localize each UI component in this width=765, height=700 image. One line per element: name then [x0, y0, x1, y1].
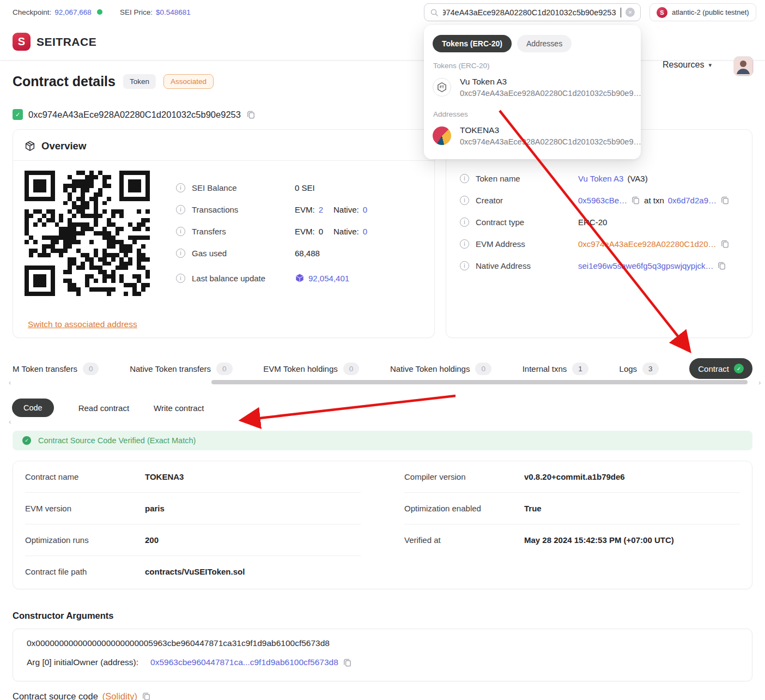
overview-title: Overview	[41, 140, 86, 152]
info-icon[interactable]: i	[176, 227, 185, 236]
tab-internal-txns[interactable]: Internal txns 1	[523, 363, 588, 375]
info-icon[interactable]: i	[460, 174, 469, 183]
contract-subtabs: Code Read contract Write contract	[12, 399, 204, 417]
source-code-lang: (Solidity)	[102, 691, 137, 700]
row-label: Optimization runs	[25, 535, 145, 545]
address-result-item[interactable]: TOKENA3 0xc974eA43aEce928A02280C1d201032…	[433, 124, 632, 147]
switch-associated-link[interactable]: Switch to associated address	[28, 319, 137, 329]
contract-type-row: iContract type ERC-20	[460, 211, 742, 233]
tab-label: Internal txns	[523, 364, 567, 373]
search-value[interactable]: 974eA43aEce928A02280C1d201032c5b90e9253	[443, 8, 616, 17]
copy-arg-icon[interactable]	[343, 658, 352, 667]
tab-contract[interactable]: Contract ✓	[689, 358, 752, 379]
checkpoint-value[interactable]: 92,067,668	[54, 8, 92, 16]
contract-info-right: Compiler version v0.8.20+commit.a1b79de6…	[404, 461, 740, 587]
info-icon[interactable]: i	[176, 183, 185, 192]
copy-creator-icon[interactable]	[631, 196, 640, 205]
gas-used-value: 68,488	[295, 249, 320, 258]
resources-label: Resources	[663, 60, 704, 70]
seitrace-logo-icon: S	[13, 33, 31, 51]
contract-info-card: Contract name TOKENA3 EVM version paris …	[13, 461, 752, 589]
topbar: Checkpoint: 92,067,668 SEI Price: $0.548…	[0, 0, 765, 24]
tab-native-token-holdings[interactable]: Native Token holdings 0	[390, 363, 491, 375]
copy-source-icon[interactable]	[142, 692, 151, 700]
ft-token-icon	[433, 78, 451, 96]
contract-info-left: Contract name TOKENA3 EVM version paris …	[25, 461, 361, 587]
resources-menu[interactable]: Resources ▾	[663, 60, 712, 70]
info-icon[interactable]: i	[176, 249, 185, 258]
arg0-label: Arg [0] initialOwner (address):	[27, 657, 138, 667]
transactions-row: iTransactions EVM: 2 Native: 0	[176, 198, 367, 220]
scroll-left-icon[interactable]: ‹	[9, 418, 11, 426]
contract-type-label: Contract type	[476, 218, 524, 227]
count-badge: 1	[572, 363, 588, 375]
result-address: 0xc974eA43aEce928A02280C1d201032c5b90e9…	[460, 137, 641, 146]
native-address-link[interactable]: sei1e96w5sawe6fg5q3gpswjqypjck…	[578, 261, 713, 270]
contract-address: 0xc974eA43aEce928A02280C1d201032c5b90e92…	[28, 110, 241, 120]
brand-logo[interactable]: S SEITRACE	[13, 33, 96, 51]
compiler-version-row: Compiler version v0.8.20+commit.a1b79de6	[404, 461, 740, 493]
creator-link[interactable]: 0x5963cBe…	[578, 196, 627, 205]
contract-name-row: Contract name TOKENA3	[25, 461, 361, 493]
user-avatar[interactable]	[733, 56, 754, 76]
subtab-code[interactable]: Code	[12, 399, 54, 417]
info-icon[interactable]: i	[460, 239, 469, 249]
token-name-link[interactable]: Vu Token A3	[578, 174, 623, 183]
evm-address-link[interactable]: 0xc974eA43aEce928A02280C1d20…	[578, 239, 717, 249]
count-badge: 0	[216, 363, 233, 375]
row-value: True	[524, 504, 542, 513]
row-value: v0.8.20+commit.a1b79de6	[524, 472, 625, 481]
last-balance-value[interactable]: 92,054,401	[308, 274, 349, 283]
info-icon[interactable]: i	[460, 261, 469, 270]
copy-native-address-icon[interactable]	[717, 261, 726, 270]
search-dropdown: Tokens (ERC-20) Addresses Tokens (ERC-20…	[424, 25, 641, 159]
scroll-right-icon[interactable]: ›	[758, 378, 761, 387]
pie-avatar-icon	[433, 126, 451, 145]
tabs-scrollbar[interactable]	[211, 380, 748, 384]
filter-pill-addresses[interactable]: Addresses	[517, 35, 572, 52]
token-name-label: Token name	[476, 174, 520, 183]
contract-details-page: Checkpoint: 92,067,668 SEI Price: $0.548…	[0, 0, 765, 700]
arg0-value-link[interactable]: 0x5963cbe960447871ca...c9f1d9ab6100cf567…	[150, 657, 338, 667]
tab-label: Contract	[698, 364, 729, 373]
subtab-read-contract[interactable]: Read contract	[78, 403, 129, 413]
token-result-item[interactable]: Vu Token A3 0xc974eA43aEce928A02280C1d20…	[433, 76, 632, 99]
native-address-label: Native Address	[476, 261, 531, 270]
optimization-runs-row: Optimization runs 200	[25, 524, 361, 556]
clear-search-icon[interactable]: ✕	[626, 8, 635, 17]
creation-txn-link[interactable]: 0x6d7d2a9…	[668, 196, 717, 205]
overview-card: Overview Switch to associated address iS…	[13, 129, 435, 338]
copy-address-icon[interactable]	[246, 110, 256, 119]
transactions-evm-count[interactable]: 2	[319, 205, 323, 214]
network-selector[interactable]: S atlantic-2 (public testnet)	[649, 3, 756, 21]
qr-code	[25, 171, 150, 298]
evm-label: EVM:	[295, 205, 315, 214]
info-icon[interactable]: i	[176, 205, 185, 214]
tab-label: Logs	[620, 364, 638, 373]
info-icon[interactable]: i	[176, 274, 185, 283]
row-value: paris	[145, 504, 165, 513]
transactions-native-count[interactable]: 0	[363, 205, 367, 214]
brand-name: SEITRACE	[37, 35, 96, 49]
tab-token-transfers[interactable]: M Token transfers 0	[13, 363, 99, 375]
info-icon[interactable]: i	[460, 218, 469, 227]
gas-used-row: iGas used 68,488	[176, 242, 367, 264]
main-header: S SEITRACE ▾ Resources ▾	[0, 24, 765, 61]
evm-label: EVM:	[295, 227, 315, 236]
info-icon[interactable]: i	[460, 196, 469, 205]
tab-logs[interactable]: Logs 3	[620, 363, 659, 375]
subtab-write-contract[interactable]: Write contract	[154, 403, 204, 413]
source-code-heading: Contract source code (Solidity)	[13, 691, 151, 700]
transfers-native-count[interactable]: 0	[363, 227, 367, 236]
filter-pill-tokens[interactable]: Tokens (ERC-20)	[433, 35, 512, 52]
result-name: TOKENA3	[460, 125, 641, 135]
evm-address-label: EVM Address	[476, 239, 525, 249]
tab-evm-token-holdings[interactable]: EVM Token holdings 0	[263, 363, 359, 375]
tab-native-token-transfers[interactable]: Native Token transfers 0	[130, 363, 232, 375]
copy-txn-icon[interactable]	[720, 196, 730, 205]
search-input[interactable]: 974eA43aEce928A02280C1d201032c5b90e9253 …	[424, 3, 641, 21]
scroll-left-icon[interactable]: ‹	[9, 378, 11, 387]
copy-evm-address-icon[interactable]	[720, 239, 730, 249]
row-label: Verified at	[404, 535, 524, 545]
optimization-enabled-row: Optimization enabled True	[404, 493, 740, 524]
